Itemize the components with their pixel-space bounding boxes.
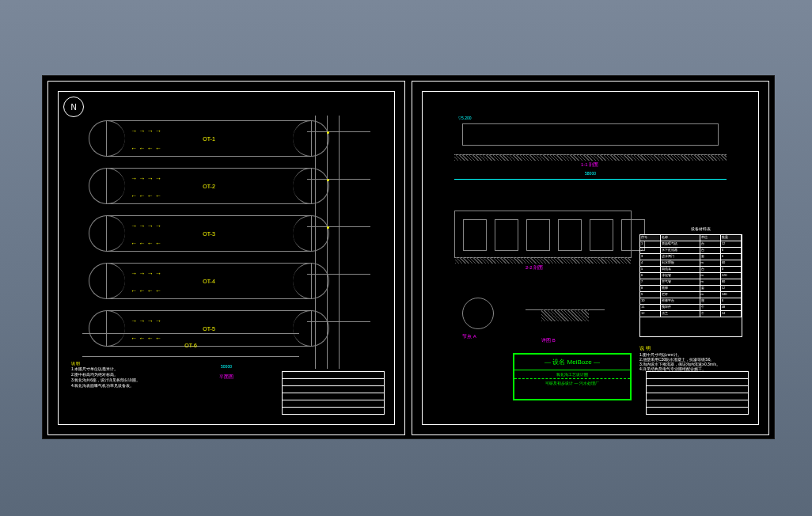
flow-arrow-icon: → → → → <box>131 127 161 135</box>
drawing-title: 可研及初步设计 — 污水处理厂 <box>514 378 630 387</box>
tb-row <box>283 400 384 408</box>
table-row: 12法兰个24 <box>640 311 742 317</box>
notes-title: 说 明 <box>639 345 742 352</box>
note-line: 4.氧化沟表面曝气机功率见设备表。 <box>71 383 140 389</box>
th: 单位 <box>700 235 721 241</box>
table-row: 8爬梯套12 <box>640 286 742 292</box>
tb-row <box>283 372 384 379</box>
dim-line <box>454 179 727 180</box>
tank-label: OT-2 <box>203 184 215 189</box>
tank-label: OT-5 <box>203 326 215 332</box>
pipe-line <box>307 321 370 322</box>
dimension-text: 50000 <box>221 364 232 369</box>
th: 数量 <box>721 235 742 241</box>
table-row: 6排泥管m120 <box>640 273 742 279</box>
pipe-line <box>307 274 370 275</box>
table-row: 4出水堰板m60 <box>640 260 742 267</box>
ditch-end-cap <box>89 215 125 252</box>
detail-a <box>462 298 494 329</box>
flow-arrow-icon: ← ← ← ← <box>131 287 161 294</box>
table-row: 9栏杆m240 <box>640 292 742 298</box>
section-1-1: ▽5.200 <box>454 116 727 155</box>
sheet-frame: N OT-1 → → → → ← ← ← ← OT-2 → → → → ← ← … <box>58 91 395 425</box>
detail-b <box>526 294 605 333</box>
tb-row <box>283 379 384 386</box>
tb-row <box>647 379 748 386</box>
section-title: 2-2 剖面 <box>526 264 543 271</box>
valve-icon <box>327 131 329 134</box>
notes-block: 说 明 1.图中尺寸均以mm计。 2.池壁采用C30防水混凝土，抗渗等级S6。 … <box>639 345 742 371</box>
title-block <box>282 371 385 415</box>
pipe-line <box>307 179 370 180</box>
bay <box>463 219 487 251</box>
project-title: 氧化沟工艺设计图 <box>514 370 630 378</box>
dimension-chain: 58000 <box>454 171 727 187</box>
table-row: 10检修平台座6 <box>640 298 742 305</box>
flow-arrow-icon: → → → → <box>131 222 161 230</box>
bay <box>495 219 518 251</box>
tb-row <box>647 386 748 393</box>
valve-icon <box>327 179 329 181</box>
drawing-sheet-right[interactable]: ▽5.200 1-1 剖面 58000 2-2 剖面 节点 A <box>412 81 769 435</box>
flow-arrow-icon: → → → → <box>131 317 161 324</box>
table-row: 3进水闸门套6 <box>640 254 742 260</box>
company-name: — 设名 MeiBoze — <box>514 355 630 370</box>
tank-label: OT-4 <box>203 279 215 284</box>
flow-arrow-icon: ← ← ← ← <box>131 145 161 152</box>
north-arrow-icon: N <box>63 97 84 117</box>
flow-arrow-icon: ← ← ← ← <box>131 240 161 247</box>
ground-hatch <box>454 154 727 161</box>
table-row: 2水下推流器台6 <box>640 248 742 254</box>
bay <box>558 219 582 251</box>
elevation-text: ▽5.200 <box>458 116 472 120</box>
note-line: 1.本图尺寸单位以毫米计。 <box>71 366 140 372</box>
ground-hatch <box>455 257 631 264</box>
dimension-text: 58000 <box>585 171 596 176</box>
ditch-end-cap <box>89 120 125 157</box>
cad-canvas[interactable]: N OT-1 → → → → ← ← ← ← OT-2 → → → → ← ← … <box>42 75 775 439</box>
note-line: 2.图中标高均为绝对标高。 <box>71 372 140 378</box>
table-header: 序号 名称 单位 数量 <box>640 235 742 241</box>
company-stamp: — 设名 MeiBoze — 氧化沟工艺设计图 可研及初步设计 — 污水处理厂 <box>513 353 632 400</box>
tb-row <box>647 400 748 408</box>
tb-row <box>647 372 748 379</box>
oxidation-ditch-2: OT-2 → → → → ← ← ← ← <box>106 168 312 204</box>
section-title: 1-1 剖面 <box>581 161 598 169</box>
parts-table: 序号 名称 单位 数量 1表面曝气机台12 2水下推流器台6 3进水闸门套6 4… <box>639 234 742 337</box>
flow-arrow-icon: → → → → <box>131 175 161 182</box>
oxidation-ditch-4: OT-4 → → → → ← ← ← ← <box>106 263 312 299</box>
tb-row <box>283 393 384 400</box>
tb-row <box>647 393 748 400</box>
table-title: 设备材料表 <box>691 226 711 231</box>
ditch-end-cap <box>89 263 125 299</box>
valve-icon <box>327 226 329 229</box>
sheet-frame: ▽5.200 1-1 剖面 58000 2-2 剖面 节点 A <box>422 91 759 425</box>
drawing-sheet-left[interactable]: N OT-1 → → → → ← ← ← ← OT-2 → → → → ← ← … <box>47 81 405 435</box>
th: 序号 <box>640 235 661 241</box>
note-line: 3.氧化沟共6座，设计详见各部分详图。 <box>71 378 140 383</box>
bay <box>590 219 613 251</box>
tb-row <box>283 386 384 393</box>
th: 名称 <box>661 235 700 241</box>
table-row: 1表面曝气机台12 <box>640 241 742 248</box>
title-block <box>646 371 749 415</box>
tank-label: OT-3 <box>203 231 215 237</box>
oxidation-ditch-1: OT-1 → → → → ← ← ← ← <box>106 120 312 157</box>
tank-label: OT-6 <box>184 343 197 348</box>
pipe-line <box>307 131 370 132</box>
manifold-piping <box>307 116 370 369</box>
flow-arrow-icon: → → → → <box>131 270 161 277</box>
detail-title: 详图 B <box>541 337 556 344</box>
pipe-line <box>339 116 340 369</box>
tank-section <box>462 123 719 146</box>
notes-block: 说 明 1.本图尺寸单位以毫米计。 2.图中标高均为绝对标高。 3.氧化沟共6座… <box>71 361 140 389</box>
pipe-line <box>307 226 370 227</box>
distribution-channel: OT-6 <box>82 333 299 357</box>
view-title: 平面图 <box>219 374 233 381</box>
compass-label: N <box>70 103 76 112</box>
table-row: 7空气管m80 <box>640 279 742 286</box>
detail-title: 节点 A <box>462 333 476 340</box>
oxidation-ditch-3: OT-3 → → → → ← ← ← ← <box>106 215 312 252</box>
flow-arrow-icon: ← ← ← ← <box>131 192 161 199</box>
pipe-line <box>315 116 316 369</box>
